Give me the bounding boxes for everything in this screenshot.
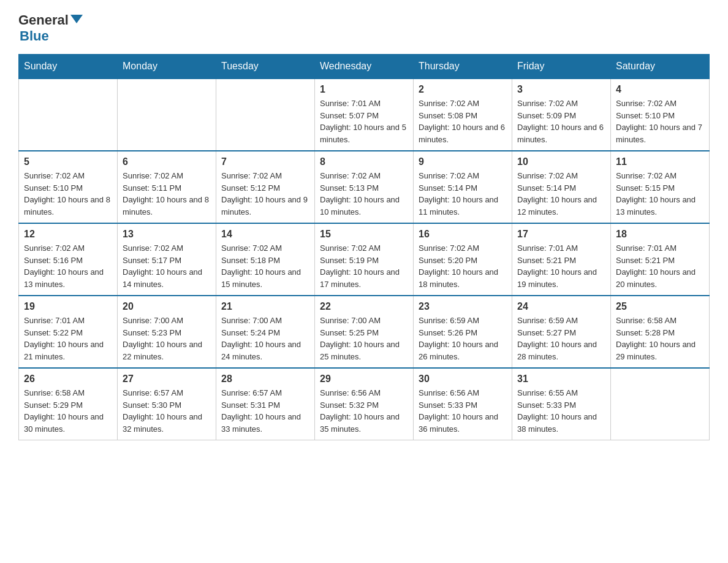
day-number: 28: [221, 373, 309, 385]
day-info: Sunrise: 6:58 AMSunset: 5:28 PMDaylight:…: [616, 315, 704, 362]
calendar-cell: 18Sunrise: 7:01 AMSunset: 5:21 PMDayligh…: [611, 223, 710, 296]
day-number: 1: [320, 84, 408, 95]
calendar-cell: 31Sunrise: 6:55 AMSunset: 5:33 PMDayligh…: [512, 368, 611, 440]
calendar-header-row: SundayMondayTuesdayWednesdayThursdayFrid…: [19, 55, 710, 79]
day-info: Sunrise: 7:02 AMSunset: 5:10 PMDaylight:…: [616, 98, 704, 145]
calendar-week-row: 5Sunrise: 7:02 AMSunset: 5:10 PMDaylight…: [19, 151, 710, 223]
calendar-cell: 25Sunrise: 6:58 AMSunset: 5:28 PMDayligh…: [611, 296, 710, 368]
day-number: 24: [517, 301, 605, 312]
day-number: 3: [517, 84, 605, 95]
day-number: 15: [320, 229, 408, 240]
day-info: Sunrise: 7:02 AMSunset: 5:15 PMDaylight:…: [616, 170, 704, 218]
day-number: 2: [419, 84, 507, 95]
day-number: 30: [419, 373, 507, 385]
page-header: General Blue: [18, 12, 710, 44]
calendar-header-thursday: Thursday: [414, 55, 512, 79]
day-number: 19: [24, 301, 112, 312]
calendar-cell: 4Sunrise: 7:02 AMSunset: 5:10 PMDaylight…: [611, 79, 710, 151]
calendar-week-row: 12Sunrise: 7:02 AMSunset: 5:16 PMDayligh…: [19, 223, 710, 296]
calendar-cell: 8Sunrise: 7:02 AMSunset: 5:13 PMDaylight…: [315, 151, 414, 223]
day-info: Sunrise: 7:01 AMSunset: 5:22 PMDaylight:…: [24, 315, 112, 362]
calendar-cell: 5Sunrise: 7:02 AMSunset: 5:10 PMDaylight…: [19, 151, 118, 223]
calendar-cell: 9Sunrise: 7:02 AMSunset: 5:14 PMDaylight…: [414, 151, 512, 223]
calendar-header-monday: Monday: [118, 55, 216, 79]
calendar-week-row: 1Sunrise: 7:01 AMSunset: 5:07 PMDaylight…: [19, 79, 710, 151]
day-info: Sunrise: 7:01 AMSunset: 5:07 PMDaylight:…: [320, 98, 408, 145]
calendar-cell: 20Sunrise: 7:00 AMSunset: 5:23 PMDayligh…: [118, 296, 216, 368]
calendar-week-row: 19Sunrise: 7:01 AMSunset: 5:22 PMDayligh…: [19, 296, 710, 368]
calendar-week-row: 26Sunrise: 6:58 AMSunset: 5:29 PMDayligh…: [19, 368, 710, 440]
day-number: 20: [123, 301, 211, 312]
day-number: 9: [419, 156, 507, 167]
day-info: Sunrise: 6:56 AMSunset: 5:33 PMDaylight:…: [419, 387, 507, 435]
day-info: Sunrise: 7:02 AMSunset: 5:18 PMDaylight:…: [221, 242, 309, 290]
day-number: 10: [517, 156, 605, 167]
calendar-cell: 22Sunrise: 7:00 AMSunset: 5:25 PMDayligh…: [315, 296, 414, 368]
day-number: 6: [123, 156, 211, 167]
day-info: Sunrise: 7:02 AMSunset: 5:20 PMDaylight:…: [419, 242, 507, 290]
day-number: 5: [24, 156, 112, 167]
calendar-cell: [19, 79, 118, 151]
day-number: 17: [517, 229, 605, 240]
day-number: 8: [320, 156, 408, 167]
day-info: Sunrise: 7:02 AMSunset: 5:19 PMDaylight:…: [320, 242, 408, 290]
day-number: 14: [221, 229, 309, 240]
logo-arrow-icon: [70, 15, 83, 23]
day-info: Sunrise: 6:57 AMSunset: 5:30 PMDaylight:…: [123, 387, 211, 435]
day-number: 31: [517, 373, 605, 385]
day-number: 7: [221, 156, 309, 167]
day-info: Sunrise: 6:58 AMSunset: 5:29 PMDaylight:…: [24, 387, 112, 435]
day-number: 26: [24, 373, 112, 385]
calendar-cell: [216, 79, 315, 151]
calendar-cell: 28Sunrise: 6:57 AMSunset: 5:31 PMDayligh…: [216, 368, 315, 440]
day-info: Sunrise: 7:01 AMSunset: 5:21 PMDaylight:…: [616, 242, 704, 290]
day-info: Sunrise: 7:02 AMSunset: 5:12 PMDaylight:…: [221, 170, 309, 218]
day-number: 11: [616, 156, 704, 167]
day-info: Sunrise: 6:59 AMSunset: 5:26 PMDaylight:…: [419, 315, 507, 362]
day-number: 23: [419, 301, 507, 312]
calendar-cell: 10Sunrise: 7:02 AMSunset: 5:14 PMDayligh…: [512, 151, 611, 223]
day-info: Sunrise: 7:02 AMSunset: 5:16 PMDaylight:…: [24, 242, 112, 290]
calendar-cell: 26Sunrise: 6:58 AMSunset: 5:29 PMDayligh…: [19, 368, 118, 440]
day-number: 13: [123, 229, 211, 240]
calendar-cell: 24Sunrise: 6:59 AMSunset: 5:27 PMDayligh…: [512, 296, 611, 368]
day-number: 18: [616, 229, 704, 240]
calendar-cell: 15Sunrise: 7:02 AMSunset: 5:19 PMDayligh…: [315, 223, 414, 296]
calendar-header-friday: Friday: [512, 55, 611, 79]
day-info: Sunrise: 7:00 AMSunset: 5:25 PMDaylight:…: [320, 315, 408, 362]
day-info: Sunrise: 7:02 AMSunset: 5:13 PMDaylight:…: [320, 170, 408, 218]
calendar-cell: 6Sunrise: 7:02 AMSunset: 5:11 PMDaylight…: [118, 151, 216, 223]
calendar-header-tuesday: Tuesday: [216, 55, 315, 79]
day-info: Sunrise: 7:02 AMSunset: 5:09 PMDaylight:…: [517, 98, 605, 145]
calendar-cell: 13Sunrise: 7:02 AMSunset: 5:17 PMDayligh…: [118, 223, 216, 296]
day-info: Sunrise: 6:59 AMSunset: 5:27 PMDaylight:…: [517, 315, 605, 362]
day-info: Sunrise: 7:00 AMSunset: 5:23 PMDaylight:…: [123, 315, 211, 362]
day-info: Sunrise: 7:02 AMSunset: 5:14 PMDaylight:…: [419, 170, 507, 218]
calendar-cell: 29Sunrise: 6:56 AMSunset: 5:32 PMDayligh…: [315, 368, 414, 440]
logo: General Blue: [18, 12, 85, 44]
day-info: Sunrise: 6:56 AMSunset: 5:32 PMDaylight:…: [320, 387, 408, 435]
day-number: 12: [24, 229, 112, 240]
calendar-cell: 3Sunrise: 7:02 AMSunset: 5:09 PMDaylight…: [512, 79, 611, 151]
day-number: 27: [123, 373, 211, 385]
calendar-cell: [611, 368, 710, 440]
day-info: Sunrise: 7:02 AMSunset: 5:14 PMDaylight:…: [517, 170, 605, 218]
calendar-header-sunday: Sunday: [19, 55, 118, 79]
calendar-cell: 11Sunrise: 7:02 AMSunset: 5:15 PMDayligh…: [611, 151, 710, 223]
day-info: Sunrise: 6:55 AMSunset: 5:33 PMDaylight:…: [517, 387, 605, 435]
day-number: 21: [221, 301, 309, 312]
day-info: Sunrise: 7:02 AMSunset: 5:10 PMDaylight:…: [24, 170, 112, 218]
calendar-cell: 19Sunrise: 7:01 AMSunset: 5:22 PMDayligh…: [19, 296, 118, 368]
day-number: 4: [616, 84, 704, 95]
day-number: 29: [320, 373, 408, 385]
logo-blue-text: Blue: [20, 28, 49, 44]
day-info: Sunrise: 7:00 AMSunset: 5:24 PMDaylight:…: [221, 315, 309, 362]
day-number: 16: [419, 229, 507, 240]
calendar-cell: 12Sunrise: 7:02 AMSunset: 5:16 PMDayligh…: [19, 223, 118, 296]
calendar-cell: 21Sunrise: 7:00 AMSunset: 5:24 PMDayligh…: [216, 296, 315, 368]
calendar-cell: 2Sunrise: 7:02 AMSunset: 5:08 PMDaylight…: [414, 79, 512, 151]
calendar-cell: 17Sunrise: 7:01 AMSunset: 5:21 PMDayligh…: [512, 223, 611, 296]
day-info: Sunrise: 7:02 AMSunset: 5:08 PMDaylight:…: [419, 98, 507, 145]
calendar-cell: 7Sunrise: 7:02 AMSunset: 5:12 PMDaylight…: [216, 151, 315, 223]
calendar-cell: 30Sunrise: 6:56 AMSunset: 5:33 PMDayligh…: [414, 368, 512, 440]
